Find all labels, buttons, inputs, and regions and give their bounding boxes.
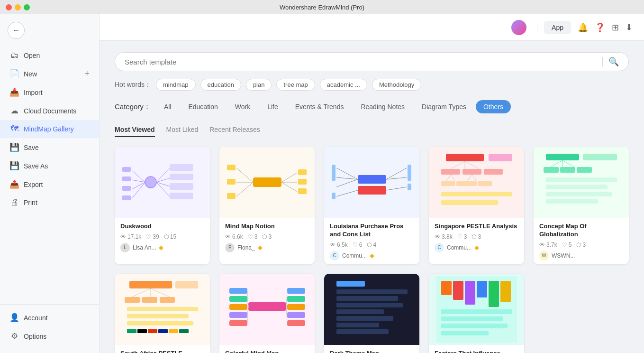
author-name: Commu... <box>342 252 367 259</box>
sidebar-item-cloud[interactable]: ☁ Cloud Documents <box>0 102 99 120</box>
category-row: Category： All Education Work Life Events… <box>115 100 629 113</box>
svg-line-38 <box>386 187 407 190</box>
bell-icon[interactable]: 🔔 <box>578 22 588 33</box>
export-icon: 📤 <box>9 179 19 189</box>
copies-stat: ⬡ 15 <box>164 233 176 240</box>
question-icon[interactable]: ❓ <box>595 22 605 33</box>
svg-rect-121 <box>441 281 452 295</box>
card-title: Concept Map Of Globalization <box>539 223 623 239</box>
sidebar-item-new[interactable]: 📄 New + <box>0 65 99 83</box>
save-icon: 💾 <box>9 142 19 152</box>
likes-stat: ♡ 39 <box>146 233 159 240</box>
view-tabs: Most Viewed Most Liked Recent Releases <box>115 123 629 137</box>
card-body: Colorful Mind Map 👁 2.9k ♡ 4 ⬡ 4 F Fiona… <box>219 345 315 353</box>
topbar-separator <box>537 23 537 32</box>
template-card-sa-pestle[interactable]: South Africa PESTLE Analysis 👁 3.2k ♡ 2 … <box>115 274 210 353</box>
sidebar-nav: 🗂 Open 📄 New + 📥 Import ☁ Cloud Document… <box>0 43 99 304</box>
gallery-content: 🔍 Hot words： mindmap education plan tree… <box>100 41 644 353</box>
sidebar-item-options[interactable]: ⚙ Options <box>0 327 99 345</box>
search-input[interactable] <box>125 58 597 66</box>
sidebar-item-label: Save As <box>24 162 90 170</box>
svg-rect-90 <box>248 302 286 311</box>
svg-rect-57 <box>463 181 477 186</box>
template-card-dark[interactable]: Dark Theme Map 👁 2.7k ♡ 3 ⬡ 2 C Commu... <box>324 274 419 353</box>
sidebar-item-import[interactable]: 📥 Import <box>0 83 99 102</box>
sidebar-item-account[interactable]: 👤 Account <box>0 308 99 327</box>
card-title: South Africa PESTLE Analysis <box>120 350 204 353</box>
sidebar-item-export[interactable]: 📤 Export <box>0 175 99 194</box>
likes-stat: ♡ 6 <box>353 242 363 248</box>
svg-rect-125 <box>489 281 499 307</box>
svg-rect-9 <box>170 164 193 171</box>
svg-rect-88 <box>169 329 178 333</box>
svg-rect-10 <box>170 174 193 180</box>
sidebar: ← 🗂 Open 📄 New + 📥 Import ☁ Cloud Docume… <box>0 14 100 353</box>
tab-most-liked[interactable]: Most Liked <box>166 123 199 137</box>
template-card-louisiana[interactable]: Louisiana Purchase Pros and Cons List 👁 … <box>324 147 419 264</box>
close-button[interactable] <box>6 4 12 10</box>
sidebar-item-save[interactable]: 💾 Save <box>0 138 99 157</box>
card-author: L Lisa An... ◆ <box>120 243 204 252</box>
template-card-singapore[interactable]: Singapore PESTLE Analysis 👁 3.8k ♡ 3 ⬡ 3… <box>429 147 524 264</box>
template-card-factors[interactable]: Factors That Influence 👁 2.5k ♡ 3 ⬡ 2 C … <box>429 274 524 353</box>
category-reading[interactable]: Reading Notes <box>353 100 412 113</box>
svg-line-77 <box>151 288 170 297</box>
svg-rect-87 <box>158 329 168 333</box>
cloud-icon: ☁ <box>9 106 19 116</box>
download-cloud-icon[interactable]: ⬇ <box>626 22 633 33</box>
import-icon: 📥 <box>9 87 19 97</box>
hot-word-academic[interactable]: academic ... <box>320 79 367 91</box>
svg-rect-112 <box>336 281 365 287</box>
search-button[interactable]: 🔍 <box>608 56 619 67</box>
svg-rect-82 <box>127 314 189 318</box>
app-button[interactable]: App <box>544 21 571 34</box>
hot-word-education[interactable]: education <box>200 79 241 91</box>
views-stat: 👁 3.7k <box>539 242 557 248</box>
svg-rect-29 <box>298 188 307 194</box>
back-button[interactable]: ← <box>8 22 25 39</box>
svg-rect-43 <box>446 154 484 161</box>
svg-rect-30 <box>358 175 386 184</box>
tab-recent[interactable]: Recent Releases <box>209 123 260 137</box>
card-stats: 👁 3.7k ♡ 5 ⬡ 3 <box>539 242 623 248</box>
window-title: Wondershare EdrawMind (Pro) <box>280 4 364 11</box>
minimize-button[interactable] <box>15 4 21 10</box>
sidebar-item-mindmap-gallery[interactable]: 🗺 MindMap Gallery <box>0 120 99 138</box>
user-avatar-top[interactable] <box>511 20 526 35</box>
sidebar-item-print[interactable]: 🖨 Print <box>0 194 99 212</box>
sidebar-item-open[interactable]: 🗂 Open <box>0 46 99 65</box>
category-diagram[interactable]: Diagram Types <box>414 100 474 113</box>
svg-rect-128 <box>441 316 503 321</box>
category-others[interactable]: Others <box>476 100 511 113</box>
category-all[interactable]: All <box>156 100 179 113</box>
svg-rect-93 <box>229 304 247 310</box>
card-body: Mind Map Notion 👁 6.6k ♡ 3 ⬡ 3 F Fiona_ … <box>219 218 315 256</box>
template-card-colorful[interactable]: Colorful Mind Map 👁 2.9k ♡ 4 ⬡ 4 F Fiona… <box>219 274 315 353</box>
author-name: WSWN... <box>552 252 575 259</box>
template-card-duskwood[interactable]: Duskwood 👁 17.1k ♡ 39 ⬡ 15 L Lisa An... … <box>115 147 210 264</box>
template-card-notion[interactable]: Mind Map Notion 👁 6.6k ♡ 3 ⬡ 3 F Fiona_ … <box>219 147 315 264</box>
category-work[interactable]: Work <box>227 100 258 113</box>
svg-line-34 <box>336 179 358 187</box>
template-card-globalization[interactable]: Concept Map Of Globalization 👁 3.7k ♡ 5 … <box>534 147 629 264</box>
hot-word-treemap[interactable]: tree map <box>276 79 315 91</box>
copies-stat: ⬡ 3 <box>472 233 481 240</box>
card-title: Factors That Influence <box>435 350 518 353</box>
hot-word-methodology[interactable]: Methodology <box>372 79 421 91</box>
sidebar-item-save-as[interactable]: 💾 Save As <box>0 157 99 175</box>
category-education[interactable]: Education <box>181 100 225 113</box>
hot-word-plan[interactable]: plan <box>246 79 272 91</box>
tab-most-viewed[interactable]: Most Viewed <box>115 123 155 137</box>
add-icon[interactable]: + <box>84 69 90 79</box>
svg-rect-67 <box>560 167 575 173</box>
card-author: W WSWN... <box>539 251 623 260</box>
grid-icon[interactable]: ⊞ <box>612 22 619 33</box>
category-events[interactable]: Events & Trends <box>288 100 352 113</box>
hot-word-mindmap[interactable]: mindmap <box>156 79 195 91</box>
author-avatar: C <box>330 251 339 260</box>
svg-rect-113 <box>336 289 408 294</box>
category-life[interactable]: Life <box>260 100 286 113</box>
svg-rect-68 <box>577 167 592 173</box>
maximize-button[interactable] <box>24 4 30 10</box>
svg-rect-40 <box>332 193 336 199</box>
